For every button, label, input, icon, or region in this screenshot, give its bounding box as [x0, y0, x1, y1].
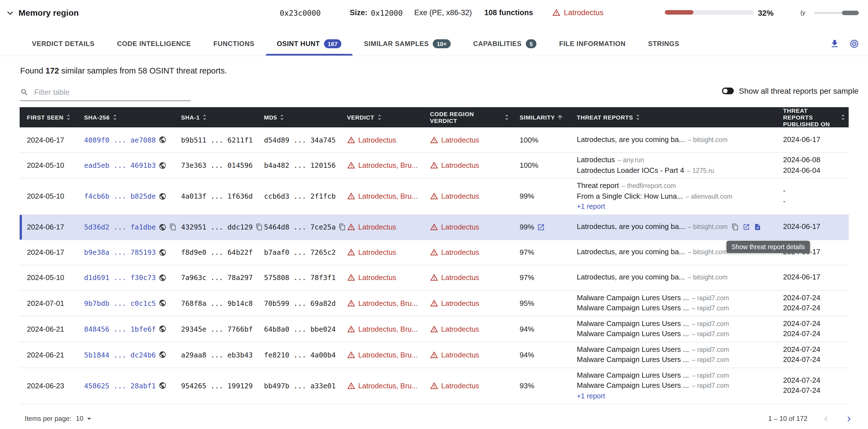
globe-icon[interactable]	[159, 351, 166, 359]
sha256-link[interactable]: 9b7bdb ... c0c1c5	[84, 299, 156, 307]
globe-icon[interactable]	[159, 223, 166, 231]
tab-verdict-details[interactable]: VERDICT DETAILS	[21, 32, 106, 56]
filter-input[interactable]	[34, 88, 191, 96]
column-header-sha-256[interactable]: SHA-256	[77, 114, 174, 121]
globe-icon[interactable]	[159, 136, 166, 144]
column-header-sha-1[interactable]: SHA-1	[174, 114, 257, 121]
column-header-md5[interactable]: MD5	[257, 114, 340, 121]
sha256-link[interactable]: 5b1844 ... dc24b6	[84, 350, 156, 359]
cell-code-region-verdict: Latrodectus	[423, 379, 512, 392]
show-all-reports-toggle[interactable]: Show all threat reports per sample	[722, 86, 859, 95]
sha256-link[interactable]: f4cb6b ... b825de	[84, 192, 156, 201]
column-header-verdict[interactable]: VERDICT	[340, 114, 423, 121]
column-header-code-region-verdict[interactable]: CODE REGION VERDICT	[423, 111, 512, 124]
copy-icon[interactable]	[732, 223, 739, 231]
report-title-link[interactable]: Malware Campaign Lures Users ...	[577, 344, 689, 355]
open-report-icon[interactable]	[743, 223, 750, 231]
column-header-similarity[interactable]: SIMILARITY	[512, 114, 569, 121]
table-row[interactable]: 2024-07-019b7bdb ... c0c1c5768f8a ... 9b…	[20, 290, 848, 316]
tab-file-information[interactable]: FILE INFORMATION	[548, 32, 637, 56]
warning-icon	[430, 350, 438, 359]
tab-osint-hunt[interactable]: OSINT HUNT167	[266, 32, 353, 56]
items-per-page-select[interactable]: 10	[76, 414, 94, 423]
download-icon[interactable]	[829, 39, 839, 49]
table-row[interactable]: 2024-05-10f4cb6b ... b825de4a013f ... 1f…	[20, 178, 848, 214]
report-title-link[interactable]: Malware Campaign Lures Users ...	[577, 370, 689, 380]
cell-md5: ccb6d3 ... 2f1fcb	[257, 190, 340, 203]
tab-functions[interactable]: FUNCTIONS	[202, 32, 266, 56]
collapse-region-button[interactable]	[5, 0, 15, 25]
globe-icon[interactable]	[159, 382, 166, 390]
sha256-link[interactable]: 4089f0 ... ae7088	[84, 136, 156, 144]
report-source: – rapid7.com	[692, 303, 729, 313]
sha256-link[interactable]: 5d36d2 ... fa1dbe	[84, 223, 156, 231]
globe-icon[interactable]	[159, 161, 166, 169]
sha256-link[interactable]: d1d691 ... f30c73	[84, 273, 156, 282]
globe-icon[interactable]	[159, 274, 166, 281]
table-row[interactable]: 2024-06-175d36d2 ... fa1dbe432951 ... dd…	[20, 214, 848, 240]
globe-icon[interactable]	[159, 193, 166, 200]
globe-icon[interactable]	[159, 325, 166, 333]
report-title-link[interactable]: Latrodectus	[577, 155, 615, 165]
globe-icon[interactable]	[159, 299, 166, 307]
tab-label: OSINT HUNT	[277, 40, 320, 48]
column-header-first-seen[interactable]: FIRST SEEN	[20, 114, 77, 121]
column-label: MD5	[264, 114, 277, 121]
cell-sha256: 5b1844 ... dc24b6	[77, 348, 174, 361]
report-title-link[interactable]: Latrodectus Loader IOCs - Part 4	[577, 165, 684, 176]
globe-icon[interactable]	[159, 248, 166, 256]
page-prev-button[interactable]	[821, 414, 831, 423]
report-details-icon[interactable]	[754, 223, 761, 231]
report-title-link[interactable]: Malware Campaign Lures Users ...	[577, 293, 689, 303]
page-next-button[interactable]	[844, 414, 854, 423]
tab-similar-samples[interactable]: SIMILAR SAMPLES10+	[352, 32, 462, 56]
table-row[interactable]: 2024-06-21848456 ... 1bfe6f29345e ... 77…	[20, 316, 848, 342]
report-title-link[interactable]: Malware Campaign Lures Users ...	[577, 329, 689, 339]
cell-similarity: 99%	[512, 221, 569, 233]
verdict-label: Latrodectus, Bru...	[358, 325, 417, 333]
tab-code-intelligence[interactable]: CODE INTELLIGENCE	[106, 32, 202, 56]
slider-thumb[interactable]	[842, 11, 859, 15]
functions-count: 108 functions	[484, 0, 533, 25]
verdict-label: Latrodectus, Bru...	[358, 299, 417, 307]
sha256-link[interactable]: 848456 ... 1bfe6f	[84, 325, 156, 333]
report-title-link[interactable]: Latrodectus, are you coming ba...	[577, 273, 685, 283]
report-title-link[interactable]: Latrodectus, are you coming ba...	[577, 135, 685, 145]
column-header-threat-reports[interactable]: THREAT REPORTS	[569, 114, 776, 121]
table-row[interactable]: 2024-05-10d1d691 ... f30c737a963c ... 78…	[20, 265, 848, 290]
more-reports-link[interactable]: +1 report	[577, 201, 605, 212]
report-source: – bitsight.com	[688, 247, 727, 258]
table-row[interactable]: 2024-06-174089f0 ... ae7088b9b511 ... 62…	[20, 127, 848, 153]
report-title-link[interactable]: Malware Campaign Lures Users ...	[577, 318, 689, 329]
more-reports-link[interactable]: +1 report	[577, 391, 605, 401]
cell-verdict: Latrodectus, Bru...	[340, 296, 423, 310]
table-row[interactable]: 2024-06-215b1844 ... dc24b6a29aa8 ... eb…	[20, 342, 848, 368]
warning-icon	[347, 325, 355, 333]
cell-code-region-verdict: Latrodectus	[423, 348, 512, 361]
table-row[interactable]: 2024-05-10ead5eb ... 4691b373e363 ... 01…	[20, 153, 848, 178]
report-title-link[interactable]: Malware Campaign Lures Users ...	[577, 380, 689, 391]
tab-badge: 10+	[433, 39, 451, 48]
published-date: 2024-07-24	[783, 318, 820, 329]
sha256-link[interactable]: ead5eb ... 4691b3	[84, 161, 156, 169]
report-title-link[interactable]: Threat report	[577, 181, 619, 191]
tab-strings[interactable]: STRINGS	[637, 32, 690, 56]
open-external-icon[interactable]	[537, 223, 545, 231]
report-title-link[interactable]: Malware Campaign Lures Users ...	[577, 355, 689, 365]
report-source: – rapid7.com	[692, 329, 729, 339]
tab-capabilities[interactable]: CAPABILITIES5	[462, 32, 548, 56]
hunt-target-icon[interactable]	[849, 39, 859, 49]
filter-field[interactable]	[20, 84, 191, 101]
report-title-link[interactable]: Malware Campaign Lures Users ...	[577, 303, 689, 313]
table-row[interactable]: 2024-06-23458625 ... 28abf1954265 ... 19…	[20, 368, 848, 404]
sha256-link[interactable]: 458625 ... 28abf1	[84, 381, 156, 390]
mini-slider[interactable]	[814, 12, 859, 14]
cell-sha256: 4089f0 ... ae7088	[77, 133, 174, 146]
sha256-link[interactable]: b9e38a ... 785193	[84, 248, 156, 256]
report-title-link[interactable]: Latrodectus, are you coming ba...	[577, 247, 685, 258]
toggle-switch[interactable]	[722, 88, 734, 94]
report-title-link[interactable]: Latrodectus, are you coming ba...	[577, 222, 685, 232]
report-title-link[interactable]: From a Single Click: How Luna...	[577, 191, 683, 201]
column-header-threat-reports-published-on[interactable]: THREAT REPORTSPUBLISHED ON	[776, 107, 848, 127]
table-row[interactable]: 2024-06-17b9e38a ... 785193f8d9e0 ... 64…	[20, 240, 848, 265]
